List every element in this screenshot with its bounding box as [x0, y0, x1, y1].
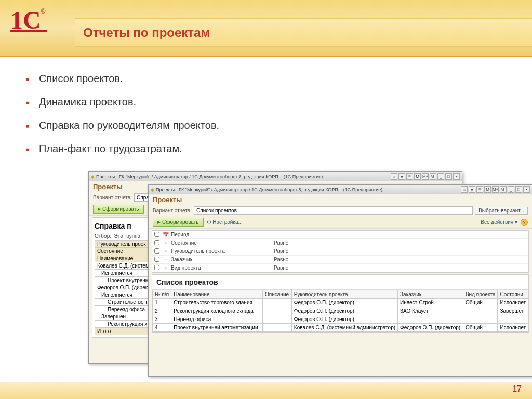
maximize-icon[interactable]: □: [445, 173, 452, 180]
app-icon: ◆: [91, 174, 95, 179]
filter-checkbox[interactable]: [154, 257, 159, 262]
choose-variant-button[interactable]: Выбрать вариант...: [475, 207, 528, 215]
table-row[interactable]: 1Строительство торгового зданияФедоров О…: [153, 299, 528, 307]
field-icon: ▫: [162, 248, 170, 254]
footer-band: [0, 382, 532, 399]
window-title: Проекты - ГК "Меркурий" / Администратор …: [96, 174, 391, 179]
page-number: 17: [512, 384, 522, 394]
bullet-item: Динамика проектов.: [26, 96, 506, 108]
window-titlebar[interactable]: ◆ Проекты - ГК "Меркурий" / Администрато…: [89, 172, 462, 181]
window-title: Проекты - ГК "Меркурий" / Администратор …: [156, 187, 461, 192]
projects-table: № п/п Наименование Описание Руководитель…: [152, 290, 528, 332]
module-title: Проекты: [149, 194, 532, 205]
report-panel: Список проектов № п/п Наименование Описа…: [152, 274, 529, 332]
table-row[interactable]: 2Реконструкция холодного складаФедоров О…: [153, 307, 528, 315]
slide-title: Отчеты по проектам: [83, 25, 210, 40]
toolbar-icon[interactable]: ⌂: [391, 173, 397, 180]
close-icon[interactable]: ×: [523, 186, 530, 193]
toolbar-icon[interactable]: ★: [398, 173, 405, 180]
logo-1c: 1C®: [10, 8, 52, 32]
toolbar-icon[interactable]: M: [414, 173, 421, 180]
form-button[interactable]: Сформировать: [153, 218, 204, 227]
bullet-list: Список проектов. Динамика проектов. Спра…: [0, 57, 532, 171]
app-icon: ◆: [151, 187, 154, 192]
toolbar-icon[interactable]: M+: [422, 173, 429, 180]
toolbar-icon[interactable]: ★: [469, 186, 475, 193]
variant-label: Вариант отчета:: [153, 208, 192, 214]
bullet-item: Справка по руководителям проектов.: [26, 119, 506, 131]
field-icon: ▫: [162, 257, 170, 262]
all-actions-link[interactable]: Все действия ▾: [481, 219, 517, 225]
window-project-list: ◆ Проекты - ГК "Меркурий" / Администрато…: [148, 184, 532, 377]
filter-checkbox[interactable]: [154, 240, 159, 245]
form-button[interactable]: Сформировать: [93, 205, 144, 214]
maximize-icon[interactable]: □: [515, 186, 522, 193]
help-icon[interactable]: ?: [521, 219, 528, 226]
toolbar-icon[interactable]: M-: [430, 173, 436, 180]
filter-checkbox[interactable]: [154, 232, 159, 237]
toolbar-icon[interactable]: M-: [500, 186, 507, 193]
table-row[interactable]: 3Переезд офисаФедоров О.П. (директор): [153, 315, 528, 324]
table-row[interactable]: 4Проект внутренней автоматизацииКовалев …: [153, 324, 528, 332]
bullet-item: Список проектов.: [26, 73, 506, 85]
bullet-item: План-факт по трудозатратам.: [26, 143, 506, 155]
report-title: Список проектов: [152, 275, 528, 290]
calendar-icon: 📅: [162, 232, 170, 237]
toolbar-icon[interactable]: M: [484, 186, 491, 193]
variant-label: Вариант отчета:: [93, 195, 132, 201]
settings-link[interactable]: ⚙ Настройка...: [207, 219, 243, 225]
variant-input[interactable]: [194, 206, 473, 215]
close-icon[interactable]: ×: [453, 173, 460, 180]
minimize-icon[interactable]: _: [437, 173, 444, 180]
field-icon: ▫: [162, 265, 170, 271]
toolbar-icon[interactable]: ≡: [476, 186, 483, 193]
filter-panel: 📅Период ▫СостояниеРавно ▫Руководитель пр…: [152, 230, 529, 273]
toolbar-icon[interactable]: ≡: [406, 173, 413, 180]
minimize-icon[interactable]: _: [508, 186, 514, 193]
toolbar-icon[interactable]: ⌂: [461, 186, 468, 193]
field-icon: ▫: [162, 240, 170, 246]
toolbar-icon[interactable]: M+: [492, 186, 499, 193]
filter-checkbox[interactable]: [154, 248, 159, 254]
filter-checkbox[interactable]: [154, 265, 159, 270]
window-titlebar[interactable]: ◆ Проекты - ГК "Меркурий" / Администрато…: [149, 185, 532, 194]
